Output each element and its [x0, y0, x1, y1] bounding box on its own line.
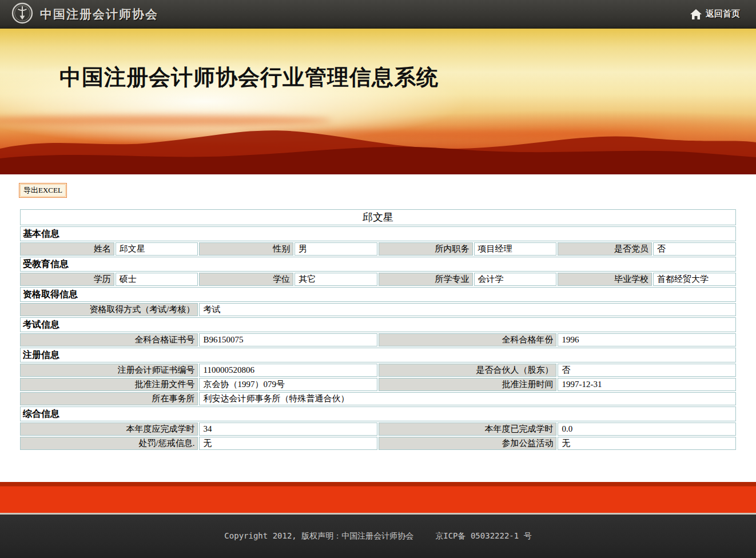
field-value: 首都经贸大学 [653, 273, 736, 286]
field-label: 资格取得方式（考试/考核） [20, 303, 198, 316]
section-header-row: 考试信息 [20, 317, 736, 332]
system-title: 中国注册会计师协会行业管理信息系统 [59, 63, 439, 92]
section-heading: 资格取得信息 [20, 287, 736, 302]
return-home-link[interactable]: 返回首页 [690, 9, 740, 19]
table-row: 注册会计师证书编号 110000520806 是否合伙人（股东） 否 [20, 364, 736, 377]
table-row: 处罚/惩戒信息. 无 参加公益活动 无 [20, 437, 736, 450]
profile-table: 邱文星 基本信息 姓名 邱文星 性别 男 所内职务 项目经理 是否党员 否 受教… [19, 208, 737, 451]
field-label: 是否合伙人（股东） [379, 364, 556, 377]
person-name: 邱文星 [20, 209, 736, 225]
profile-title-row: 邱文星 [20, 209, 736, 225]
field-label: 本年度已完成学时 [379, 423, 556, 436]
field-label: 本年度应完成学时 [20, 423, 198, 436]
field-value: 硕士 [116, 273, 198, 286]
field-value: 否 [653, 242, 736, 256]
footer: Copyright 2012, 版权声明：中国注册会计师协会 京ICP备 050… [0, 513, 756, 558]
main-content: 导出EXCEL 邱文星 基本信息 姓名 邱文星 性别 男 所内职务 项目经理 是… [0, 174, 756, 482]
field-value: 利安达会计师事务所（特殊普通合伙） [199, 392, 736, 405]
field-value: 男 [295, 242, 377, 256]
field-label: 批准注册文件号 [20, 378, 198, 391]
field-value: 项目经理 [474, 242, 557, 256]
section-header-row: 基本信息 [20, 226, 736, 241]
field-label: 所学专业 [379, 273, 473, 286]
table-row: 本年度应完成学时 34 本年度已完成学时 0.0 [20, 423, 736, 436]
table-row: 资格取得方式（考试/考核） 考试 [20, 303, 736, 316]
top-bar: 中国注册会计师协会 返回首页 [0, 0, 756, 29]
field-label: 性别 [199, 242, 293, 256]
section-header-row: 注册信息 [20, 348, 736, 362]
field-value: 0.0 [558, 423, 736, 436]
field-label: 是否党员 [558, 242, 652, 256]
section-header-row: 受教育信息 [20, 257, 736, 272]
copyright-text: Copyright 2012, 版权声明：中国注册会计师协会 [224, 531, 413, 541]
home-link-label[interactable]: 返回首页 [706, 9, 740, 19]
table-row: 学历 硕士 学位 其它 所学专业 会计学 毕业学校 首都经贸大学 [20, 273, 736, 286]
section-header-row: 资格取得信息 [20, 287, 736, 302]
section-heading: 基本信息 [20, 226, 736, 241]
field-value: B96150075 [199, 333, 377, 346]
orange-divider-bar [0, 482, 756, 513]
field-label: 全科合格证书号 [20, 333, 198, 346]
field-label: 批准注册时间 [379, 378, 556, 391]
mountain-silhouette [0, 117, 756, 174]
cicpa-logo-icon [11, 2, 33, 26]
icp-number: 京ICP备 05032222-1 号 [435, 531, 531, 541]
section-heading: 受教育信息 [20, 257, 736, 272]
brand-title: 中国注册会计师协会 [40, 6, 158, 22]
field-value: 1997-12-31 [558, 378, 736, 391]
field-value: 无 [199, 437, 377, 450]
table-row: 所在事务所 利安达会计师事务所（特殊普通合伙） [20, 392, 736, 405]
field-label: 姓名 [20, 242, 114, 256]
field-value: 无 [558, 437, 736, 450]
field-label: 学位 [199, 273, 293, 286]
field-label: 所在事务所 [20, 392, 198, 405]
field-value: 否 [558, 364, 736, 377]
field-label: 参加公益活动 [379, 437, 556, 450]
field-value: 考试 [199, 303, 736, 316]
field-label: 处罚/惩戒信息. [20, 437, 198, 450]
field-value: 其它 [295, 273, 377, 286]
section-heading: 考试信息 [20, 317, 736, 332]
field-value: 邱文星 [116, 242, 198, 256]
field-label: 全科合格年份 [379, 333, 556, 346]
export-excel-button[interactable]: 导出EXCEL [19, 183, 67, 198]
field-value: 34 [199, 423, 377, 436]
field-label: 毕业学校 [558, 273, 652, 286]
field-value: 京会协（1997）079号 [199, 378, 377, 391]
field-value: 110000520806 [199, 364, 377, 377]
hero-banner: 中国注册会计师协会行业管理信息系统 [0, 29, 756, 174]
field-value: 会计学 [474, 273, 557, 286]
table-row: 姓名 邱文星 性别 男 所内职务 项目经理 是否党员 否 [20, 242, 736, 256]
field-label: 所内职务 [379, 242, 473, 256]
field-value: 1996 [558, 333, 736, 346]
section-heading: 注册信息 [20, 348, 736, 362]
brand: 中国注册会计师协会 [11, 2, 158, 26]
field-label: 学历 [20, 273, 114, 286]
table-row: 全科合格证书号 B96150075 全科合格年份 1996 [20, 333, 736, 346]
field-label: 注册会计师证书编号 [20, 364, 198, 377]
home-icon[interactable] [690, 9, 702, 19]
section-header-row: 综合信息 [20, 406, 736, 421]
section-heading: 综合信息 [20, 406, 736, 421]
table-row: 批准注册文件号 京会协（1997）079号 批准注册时间 1997-12-31 [20, 378, 736, 391]
